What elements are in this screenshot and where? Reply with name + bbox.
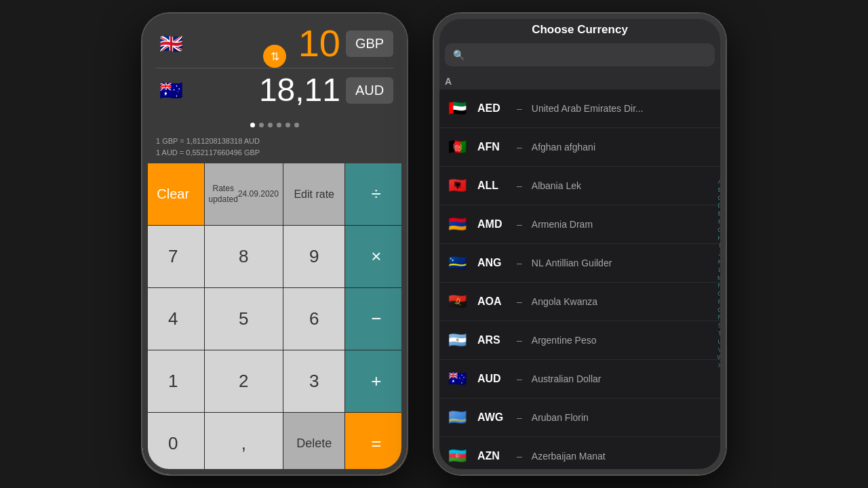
azn-code: AZN [477, 450, 507, 462]
alpha-s[interactable]: S [716, 322, 725, 329]
delete-key[interactable]: Delete [283, 413, 345, 474]
dot-1 [250, 123, 255, 127]
key-3[interactable]: 3 [283, 350, 345, 412]
alpha-c[interactable]: C [716, 195, 725, 202]
currency-item-aoa[interactable]: 🇦🇴 AOA – Angola Kwanza [434, 283, 726, 321]
search-input[interactable] [470, 49, 707, 61]
amd-code: AMD [477, 218, 507, 230]
currency-item-afn[interactable]: 🇦🇫 AFN – Afghan afghani [434, 128, 726, 167]
aoa-dash: – [517, 296, 522, 307]
alpha-n[interactable]: N [716, 282, 725, 289]
aoa-flag: 🇦🇴 [445, 289, 469, 314]
search-icon: 🔍 [453, 49, 465, 60]
edit-rate-key[interactable]: Edit rate [283, 163, 345, 225]
azn-name: Azerbaijan Manat [532, 451, 715, 462]
dot-2 [259, 123, 264, 127]
alpha-d[interactable]: D [716, 202, 725, 209]
key-6[interactable]: 6 [283, 288, 345, 350]
alpha-p[interactable]: P [716, 298, 725, 306]
alpha-a[interactable]: A [716, 178, 725, 186]
search-bar[interactable]: 🔍 [445, 43, 715, 66]
currency-item-aud[interactable]: 🇦🇺 AUD – Australian Dollar [434, 360, 726, 399]
aud-dash: – [517, 373, 522, 384]
swap-icon: ⇅ [271, 50, 279, 63]
key-0[interactable]: 0 [142, 413, 204, 474]
to-flag[interactable]: 🇦🇺 [156, 75, 186, 105]
decimal-key[interactable]: , [205, 413, 283, 474]
rate-line-2: 1 AUD = 0,552117660496 GBP [156, 147, 393, 159]
alpha-w[interactable]: W [716, 354, 725, 361]
afn-code: AFN [477, 141, 507, 153]
from-flag[interactable]: 🇬🇧 [156, 28, 186, 58]
ang-flag: 🇨🇼 [445, 251, 469, 275]
to-currency-label[interactable]: AUD [346, 77, 393, 104]
currency-chooser-phone: Choose Currency 🔍 A 🇦🇪 AED – United Arab [434, 14, 726, 474]
currency-header: Choose Currency 🔍 [434, 14, 726, 73]
currency-item-aed[interactable]: 🇦🇪 AED – United Arab Emirates Dir... [434, 89, 726, 128]
dot-3 [268, 123, 273, 127]
add-key[interactable]: + [345, 350, 407, 412]
aoa-name: Angola Kwanza [532, 296, 715, 307]
alpha-l[interactable]: L [716, 266, 725, 274]
calculator-screen: 🇬🇧 10 GBP ⇅ 🇦 [142, 14, 407, 474]
alpha-b[interactable]: B [716, 186, 725, 194]
currency-item-azn[interactable]: 🇦🇿 AZN – Azerbaijan Manat [434, 437, 726, 474]
afn-dash: – [517, 142, 522, 152]
alpha-m[interactable]: M [716, 274, 725, 282]
key-5[interactable]: 5 [205, 288, 283, 350]
alpha-f[interactable]: F [716, 218, 725, 226]
swap-button[interactable]: ⇅ [263, 45, 286, 68]
key-9[interactable]: 9 [283, 226, 345, 287]
alpha-e[interactable]: E [716, 210, 725, 218]
key-2[interactable]: 2 [205, 350, 283, 412]
awg-flag: 🇦🇼 [445, 405, 469, 430]
azn-flag: 🇦🇿 [445, 444, 469, 468]
aud-flag: 🇦🇺 [445, 367, 469, 391]
subtract-key[interactable]: − [345, 288, 407, 350]
divide-key[interactable]: ÷ [345, 163, 407, 225]
currency-item-ars[interactable]: 🇦🇷 ARS – Argentine Peso [434, 321, 726, 360]
from-amount: 10 [298, 22, 340, 64]
ang-dash: – [517, 258, 522, 268]
to-amount: 18,11 [259, 72, 340, 108]
aed-code: AED [477, 102, 507, 115]
alpha-v[interactable]: V [716, 346, 725, 354]
alpha-i[interactable]: I [716, 242, 725, 249]
aud-code: AUD [477, 373, 507, 385]
alpha-q[interactable]: Q [716, 306, 725, 314]
currency-item-awg[interactable]: 🇦🇼 AWG – Aruban Florin [434, 399, 726, 437]
alpha-k[interactable]: K [716, 258, 725, 266]
page-dots [142, 117, 407, 133]
amd-name: Armenia Dram [532, 219, 715, 230]
key-4[interactable]: 4 [142, 288, 204, 350]
alpha-x[interactable]: X [716, 362, 725, 369]
alpha-j[interactable]: J [716, 250, 725, 258]
currency-item-all[interactable]: 🇦🇱 ALL – Albania Lek [434, 167, 726, 205]
section-header-a: A [434, 73, 726, 89]
key-8[interactable]: 8 [205, 226, 283, 287]
rates-updated-key[interactable]: Rates updated 24.09.2020 [205, 163, 283, 225]
multiply-key[interactable]: × [345, 226, 407, 287]
alpha-g[interactable]: G [716, 226, 725, 234]
alpha-o[interactable]: O [716, 290, 725, 298]
keypad: Clear Rates updated 24.09.2020 Edit rate… [142, 163, 407, 474]
ang-code: ANG [477, 257, 507, 269]
alpha-t[interactable]: T [716, 330, 725, 338]
key-7[interactable]: 7 [142, 226, 204, 287]
alpha-u[interactable]: U [716, 338, 725, 346]
equals-key[interactable]: = [345, 413, 407, 474]
currency-chooser-screen: Choose Currency 🔍 A 🇦🇪 AED – United Arab [434, 14, 726, 474]
ars-name: Argentine Peso [532, 335, 715, 346]
alpha-h[interactable]: H [716, 235, 725, 242]
clear-key[interactable]: Clear [142, 163, 204, 225]
aed-dash: – [517, 103, 522, 114]
currency-item-ang[interactable]: 🇨🇼 ANG – NL Antillian Guilder [434, 244, 726, 283]
awg-name: Aruban Florin [532, 412, 715, 423]
currency-item-amd[interactable]: 🇦🇲 AMD – Armenia Dram [434, 205, 726, 244]
aed-name: United Arab Emirates Dir... [532, 103, 715, 114]
key-1[interactable]: 1 [142, 350, 204, 412]
alpha-index[interactable]: A B C D E F G H I J K L M N O [716, 73, 725, 474]
alpha-r[interactable]: R [716, 314, 725, 321]
from-currency-label[interactable]: GBP [346, 30, 393, 57]
currency-list[interactable]: A 🇦🇪 AED – United Arab Emirates Dir... 🇦… [434, 73, 726, 474]
